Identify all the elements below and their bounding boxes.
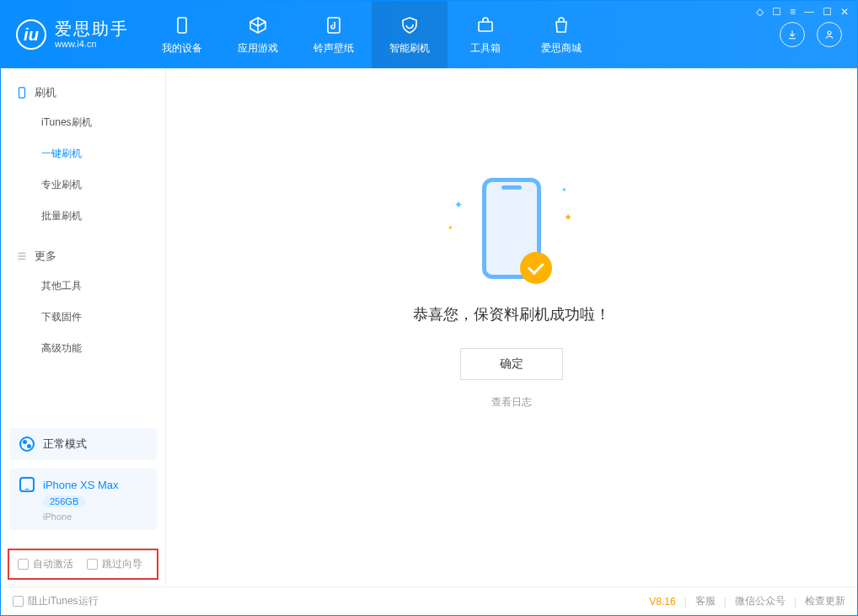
tab-smart-flash[interactable]: 智能刷机 <box>372 1 448 68</box>
device-type: iPhone <box>43 512 147 522</box>
checkbox-label: 阻止iTunes运行 <box>28 594 99 608</box>
logo-icon: iu <box>16 19 46 50</box>
view-log-link[interactable]: 查看日志 <box>491 395 532 410</box>
tshirt-icon[interactable]: ◇ <box>756 6 764 18</box>
tab-label: 铃声壁纸 <box>314 41 354 56</box>
sparkle-icon: ✦ <box>564 212 572 223</box>
svg-rect-0 <box>178 18 186 33</box>
checkbox-label: 自动激活 <box>33 557 73 571</box>
app-url: www.i4.cn <box>55 39 129 50</box>
checkbox-auto-activate[interactable]: 自动激活 <box>18 557 73 571</box>
menu-icon[interactable]: ≡ <box>790 6 796 18</box>
shield-refresh-icon <box>399 14 421 36</box>
sidebar-item-itunes-flash[interactable]: iTunes刷机 <box>1 107 165 138</box>
svg-rect-4 <box>19 88 25 98</box>
tab-label: 工具箱 <box>470 41 501 56</box>
close-icon[interactable]: ✕ <box>840 6 849 18</box>
minimize-icon[interactable]: — <box>804 6 814 18</box>
sidebar-section-flash: 刷机 <box>1 77 165 107</box>
tab-store[interactable]: 爱思商城 <box>523 1 599 68</box>
tab-toolbox[interactable]: 工具箱 <box>448 1 523 68</box>
sidebar-item-advanced[interactable]: 高级功能 <box>1 333 165 364</box>
tab-label: 应用游戏 <box>238 41 278 56</box>
sidebar-item-pro-flash[interactable]: 专业刷机 <box>1 169 165 201</box>
device-box[interactable]: iPhone XS Max 256GB iPhone <box>9 469 157 530</box>
svg-rect-1 <box>328 18 340 33</box>
tab-apps-games[interactable]: 应用游戏 <box>220 1 296 68</box>
sidebar: 刷机 iTunes刷机 一键刷机 专业刷机 批量刷机 更多 其他工具 下载固件 … <box>1 68 166 587</box>
maximize-icon[interactable]: ☐ <box>823 6 832 18</box>
tab-label: 我的设备 <box>162 41 202 56</box>
sidebar-item-download-firmware[interactable]: 下载固件 <box>1 302 165 333</box>
sparkle-icon: ✦ <box>454 199 463 211</box>
ok-button[interactable]: 确定 <box>460 348 563 380</box>
window-controls: ◇ ☐ ≡ — ☐ ✕ <box>756 6 849 18</box>
device-icon <box>171 14 193 36</box>
cube-icon <box>247 14 269 36</box>
music-file-icon <box>323 14 345 36</box>
body: 刷机 iTunes刷机 一键刷机 专业刷机 批量刷机 更多 其他工具 下载固件 … <box>1 68 857 587</box>
download-button[interactable] <box>780 22 805 47</box>
tab-label: 智能刷机 <box>389 41 430 56</box>
header: ◇ ☐ ≡ — ☐ ✕ iu 爱思助手 www.i4.cn 我的设备 应用游戏 <box>1 1 857 68</box>
sidebar-item-other-tools[interactable]: 其他工具 <box>1 271 165 302</box>
svg-point-3 <box>828 31 831 35</box>
shopping-bag-icon <box>550 14 572 36</box>
sparkle-icon: ✦ <box>561 186 567 194</box>
checkbox-stop-itunes[interactable]: 阻止iTunes运行 <box>13 594 99 608</box>
tab-label: 爱思商城 <box>541 41 582 56</box>
device-name: iPhone XS Max <box>43 479 119 491</box>
toolbox-icon <box>475 14 496 36</box>
header-tabs: 我的设备 应用游戏 铃声壁纸 智能刷机 工具箱 爱思商城 <box>144 1 599 68</box>
sidebar-item-batch-flash[interactable]: 批量刷机 <box>1 201 165 232</box>
version-label: V8.16 <box>649 596 675 608</box>
list-icon <box>16 250 28 262</box>
separator: | <box>794 596 796 608</box>
success-illustration: ✦ ✦ ✦ ✦ <box>436 169 587 287</box>
checkbox-icon <box>18 559 29 570</box>
tab-my-device[interactable]: 我的设备 <box>144 1 220 68</box>
mode-label: 正常模式 <box>43 437 87 452</box>
user-button[interactable] <box>817 22 842 47</box>
support-link[interactable]: 客服 <box>695 594 716 608</box>
section-label: 更多 <box>35 249 56 264</box>
checkbox-skip-guide[interactable]: 跳过向导 <box>87 557 142 571</box>
checkmark-badge-icon <box>520 252 552 284</box>
status-right: V8.16 | 客服 | 微信公众号 | 检查更新 <box>649 594 845 608</box>
app-window: ◇ ☐ ≡ — ☐ ✕ iu 爱思助手 www.i4.cn 我的设备 应用游戏 <box>0 0 858 616</box>
checkbox-label: 跳过向导 <box>102 557 142 571</box>
checkbox-icon <box>87 559 98 570</box>
logo: iu 爱思助手 www.i4.cn <box>1 1 144 68</box>
checkbox-icon <box>13 596 24 607</box>
highlighted-checkbox-row: 自动激活 跳过向导 <box>8 549 158 580</box>
mode-box[interactable]: 正常模式 <box>9 428 157 460</box>
status-bar: 阻止iTunes运行 V8.16 | 客服 | 微信公众号 | 检查更新 <box>1 587 857 615</box>
sidebar-item-one-click-flash[interactable]: 一键刷机 <box>1 138 165 169</box>
section-label: 刷机 <box>35 85 56 100</box>
separator: | <box>684 596 687 608</box>
tab-ringtones-wallpapers[interactable]: 铃声壁纸 <box>296 1 372 68</box>
device-storage: 256GB <box>43 495 85 507</box>
success-message: 恭喜您，保资料刷机成功啦！ <box>413 304 610 324</box>
app-name: 爱思助手 <box>55 19 129 39</box>
check-update-link[interactable]: 检查更新 <box>805 594 845 608</box>
svg-rect-2 <box>479 22 492 31</box>
mode-icon <box>19 437 35 452</box>
sidebar-section-more: 更多 <box>1 240 165 271</box>
wechat-link[interactable]: 微信公众号 <box>735 594 786 608</box>
main-content: ✦ ✦ ✦ ✦ 恭喜您，保资料刷机成功啦！ 确定 查看日志 <box>166 68 857 587</box>
feedback-icon[interactable]: ☐ <box>772 6 781 18</box>
phone-small-icon <box>16 87 28 99</box>
separator: | <box>724 596 727 608</box>
sidebar-bottom: 正常模式 iPhone XS Max 256GB iPhone <box>1 420 165 538</box>
device-phone-icon <box>19 477 35 492</box>
sparkle-icon: ✦ <box>448 224 453 232</box>
